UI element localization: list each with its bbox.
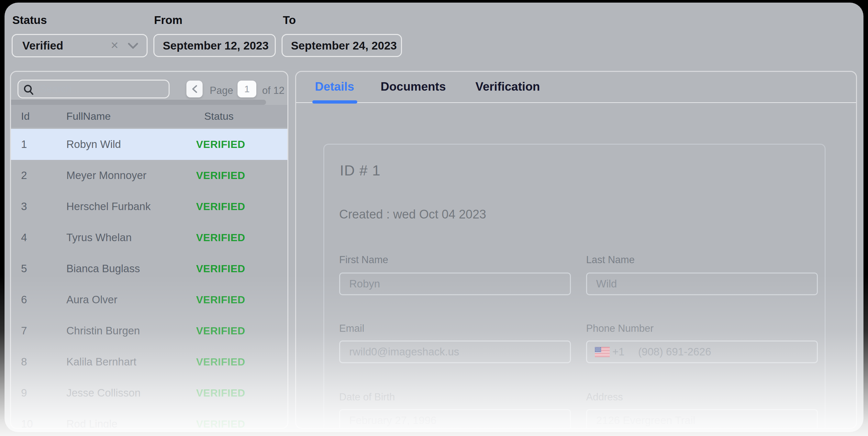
record-id-heading: ID # 1 [340,162,381,179]
first-name-value: Robyn [349,274,380,294]
status-select[interactable]: Verified ✕ [12,34,148,57]
tab-bar: Details Documents Verification [296,72,856,103]
row-status-badge: VERIFIED [196,408,245,429]
row-id: 5 [21,253,27,284]
row-id: 3 [21,191,27,222]
row-fullname: Jesse Collisson [66,377,141,408]
phone-number-field[interactable]: +1 (908) 691-2626 [586,341,818,363]
tab-details[interactable]: Details [315,72,354,103]
table-row[interactable]: 2 Meyer Monnoyer VERIFIED [11,160,287,191]
row-id: 8 [21,346,27,377]
email-field[interactable]: rwild0@imageshack.us [339,341,571,363]
column-header-fullname: FullName [66,105,111,127]
first-name-field[interactable]: Robyn [339,273,571,295]
tab-verification[interactable]: Verification [475,72,540,103]
row-fullname: Meyer Monnoyer [66,160,147,191]
status-select-value: Verified [22,35,63,56]
row-status-badge: VERIFIED [196,346,245,377]
email-label: Email [339,323,364,334]
row-status-badge: VERIFIED [196,284,245,315]
row-id: 2 [21,160,27,191]
last-name-label: Last Name [586,254,634,266]
chevron-down-icon[interactable] [128,43,138,49]
phone-number-value: (908) 691-2626 [638,346,711,358]
last-name-field[interactable]: Wild [586,273,818,295]
from-date-value: September 12, 2023 [163,35,269,56]
detail-panel: Details Documents Verification ID # 1 Cr… [295,71,857,429]
prev-page-button[interactable] [186,81,203,97]
row-status-badge: VERIFIED [196,253,245,284]
table-row[interactable]: 9 Jesse Collisson VERIFIED [11,377,287,408]
row-fullname: Christin Burgen [66,315,140,346]
row-id: 4 [21,222,27,253]
clear-status-icon[interactable]: ✕ [111,35,119,56]
table-row-selected[interactable]: 1 Robyn Wild VERIFIED [11,129,287,160]
date-of-birth-field[interactable]: February 27, 1996 [339,409,571,429]
row-fullname: Rod Lingle [66,408,118,429]
row-status-badge: VERIFIED [196,222,245,253]
tab-documents[interactable]: Documents [381,72,446,103]
to-date-input[interactable]: September 24, 2023 [282,34,402,57]
row-fullname: Herschel Furbank [66,191,151,222]
status-filter-label: Status [12,13,47,27]
row-status-badge: VERIFIED [196,191,245,222]
page-label: Page [210,85,233,96]
table-row[interactable]: 8 Kalila Bernhart VERIFIED [11,346,287,377]
row-fullname: Kalila Bernhart [66,346,136,377]
address-field[interactable]: 2126 Evergreen Trail [586,409,818,429]
row-id: 9 [21,377,27,408]
phone-country-code: +1 [612,346,625,358]
us-flag-icon [595,347,610,357]
phone-number-label: Phone Number [586,323,654,334]
row-status-badge: VERIFIED [196,315,245,346]
date-of-birth-label: Date of Birth [339,391,395,403]
table-row[interactable]: 5 Bianca Buglass VERIFIED [11,253,287,284]
from-date-input[interactable]: September 12, 2023 [153,34,276,57]
email-value: rwild0@imageshack.us [349,341,459,362]
search-placeholder: Search... [40,81,80,97]
column-header-status: Status [204,105,234,127]
horizontal-scrollbar[interactable] [11,100,266,105]
table-row[interactable]: 4 Tyrus Whelan VERIFIED [11,222,287,253]
table-row[interactable]: 3 Herschel Furbank VERIFIED [11,191,287,222]
row-status-badge: VERIFIED [196,377,245,408]
search-input[interactable]: Search... [18,80,169,98]
chevron-left-icon [191,85,198,93]
row-id: 6 [21,284,27,315]
table-row[interactable]: 10 Rod Lingle VERIFIED [11,408,287,429]
table-row[interactable]: 6 Aura Olver VERIFIED [11,284,287,315]
address-label: Address [586,391,623,403]
record-created-text: Created : wed Oct 04 2023 [339,208,486,221]
app-screen: Status From To Verified ✕ September 12, … [0,0,868,436]
row-id: 7 [21,315,27,346]
records-list-panel: Search... Page 1 of 12 Id FullName Statu… [10,71,288,429]
to-date-value: September 24, 2023 [291,35,397,56]
last-name-value: Wild [596,274,617,294]
row-fullname: Aura Olver [66,284,118,315]
column-header-id: Id [21,105,30,127]
row-fullname: Robyn Wild [66,129,121,160]
record-details-card: ID # 1 Created : wed Oct 04 2023 First N… [323,144,826,429]
search-icon [23,84,35,95]
address-value: 2126 Evergreen Trail [596,410,695,429]
from-filter-label: From [154,13,183,27]
row-id: 1 [21,129,27,160]
date-of-birth-value: February 27, 1996 [349,410,437,429]
page-count-label: of 12 [262,85,284,96]
row-fullname: Tyrus Whelan [66,222,132,253]
first-name-label: First Name [339,254,389,266]
page-container: Status From To Verified ✕ September 12, … [4,3,864,432]
row-id: 10 [21,408,33,429]
table-header: Id FullName Status [11,105,287,127]
row-fullname: Bianca Buglass [66,253,140,284]
row-status-badge: VERIFIED [196,129,245,160]
to-filter-label: To [283,13,296,27]
page-number-input[interactable]: 1 [238,81,256,97]
table-row[interactable]: 7 Christin Burgen VERIFIED [11,315,287,346]
row-status-badge: VERIFIED [196,160,245,191]
